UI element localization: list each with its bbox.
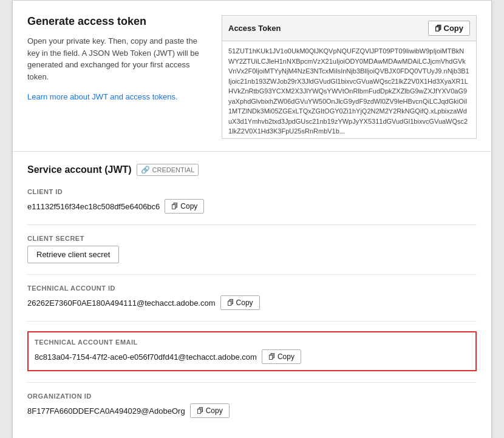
client-id-label: CLIENT ID bbox=[27, 188, 477, 195]
copy-icon-tech-email: 🗍 bbox=[268, 353, 275, 360]
technical-account-id-value: 26262E7360F0AE180A494111@techacct.adobe.… bbox=[27, 298, 216, 308]
technical-account-email-row: 8c813a04-7154-47f2-ace0-e056f70dfd41@tec… bbox=[35, 349, 469, 364]
token-value: 51ZUT1hKUk1JV1o0UkM0QlJKQVpNQUFZQVlJPT09… bbox=[228, 47, 469, 135]
bottom-section: Service account (JWT) 🔗 CREDENTIAL CLIEN… bbox=[13, 152, 491, 438]
main-container: Generate access token Open your private … bbox=[12, 0, 492, 438]
link-icon: 🔗 bbox=[141, 166, 150, 174]
organization-id-section: ORGANIZATION ID 8F177FA660DDEFCA0A494029… bbox=[27, 393, 477, 418]
copy-icon-tech-account: 🗍 bbox=[227, 299, 234, 306]
right-panel: Access Token 🗍 Copy 51ZUT1hKUk1JV1o0UkM0… bbox=[222, 15, 477, 139]
service-account-header: Service account (JWT) 🔗 CREDENTIAL bbox=[27, 164, 477, 176]
top-section: Generate access token Open your private … bbox=[13, 1, 491, 152]
technical-account-id-row: 26262E7360F0AE180A494111@techacct.adobe.… bbox=[27, 295, 477, 310]
generate-token-description: Open your private key. Then, copy and pa… bbox=[27, 35, 209, 83]
technical-account-email-label: TECHNICAL ACCOUNT EMAIL bbox=[35, 339, 469, 346]
organization-id-label: ORGANIZATION ID bbox=[27, 393, 477, 400]
technical-account-email-value: 8c813a04-7154-47f2-ace0-e056f70dfd41@tec… bbox=[35, 352, 257, 362]
divider-1 bbox=[27, 224, 477, 225]
credential-badge-label: CREDENTIAL bbox=[152, 166, 195, 174]
divider-2 bbox=[27, 274, 477, 275]
access-token-label: Access Token bbox=[228, 24, 281, 33]
technical-account-id-section: TECHNICAL ACCOUNT ID 26262E7360F0AE180A4… bbox=[27, 285, 477, 310]
technical-account-email-section: TECHNICAL ACCOUNT EMAIL 8c813a04-7154-47… bbox=[27, 331, 477, 371]
divider-3 bbox=[27, 321, 477, 322]
access-token-header: Access Token 🗍 Copy bbox=[222, 16, 476, 41]
access-token-copy-button[interactable]: 🗍 Copy bbox=[428, 21, 471, 36]
client-id-copy-button[interactable]: 🗍 Copy bbox=[165, 199, 204, 214]
divider-4 bbox=[27, 382, 477, 383]
copy-icon-org-id: 🗍 bbox=[197, 407, 203, 414]
client-id-section: CLIENT ID e11132f516f34ec18c508df5e6406b… bbox=[27, 188, 477, 214]
organization-id-row: 8F177FA660DDEFCA0A494029@AdobeOrg 🗍 Copy bbox=[27, 403, 477, 418]
copy-icon: 🗍 bbox=[435, 25, 441, 32]
technical-account-id-copy-button[interactable]: 🗍 Copy bbox=[220, 295, 260, 310]
service-account-title: Service account (JWT) bbox=[27, 164, 132, 175]
client-secret-section: CLIENT SECRET Retrieve client secret bbox=[27, 235, 477, 263]
jwt-learn-more-link[interactable]: Learn more about JWT and access tokens. bbox=[27, 92, 178, 101]
retrieve-client-secret-button[interactable]: Retrieve client secret bbox=[27, 246, 119, 263]
left-panel: Generate access token Open your private … bbox=[27, 15, 209, 139]
organization-id-copy-button[interactable]: 🗍 Copy bbox=[190, 403, 230, 418]
organization-id-value: 8F177FA660DDEFCA0A494029@AdobeOrg bbox=[27, 406, 185, 416]
technical-account-id-label: TECHNICAL ACCOUNT ID bbox=[27, 285, 477, 292]
client-secret-label: CLIENT SECRET bbox=[27, 235, 477, 242]
copy-icon-client-id: 🗍 bbox=[171, 203, 178, 210]
client-id-value: e11132f516f34ec18c508df5e6406bc6 bbox=[27, 202, 160, 211]
technical-account-email-copy-button[interactable]: 🗍 Copy bbox=[262, 349, 301, 364]
client-id-row: e11132f516f34ec18c508df5e6406bc6 🗍 Copy bbox=[27, 199, 477, 214]
client-secret-row: Retrieve client secret bbox=[27, 246, 477, 263]
access-token-content: 51ZUT1hKUk1JV1o0UkM0QlJKQVpNQUFZQVlJPT09… bbox=[222, 41, 476, 138]
credential-badge: 🔗 CREDENTIAL bbox=[137, 164, 199, 176]
generate-token-title: Generate access token bbox=[27, 15, 209, 28]
